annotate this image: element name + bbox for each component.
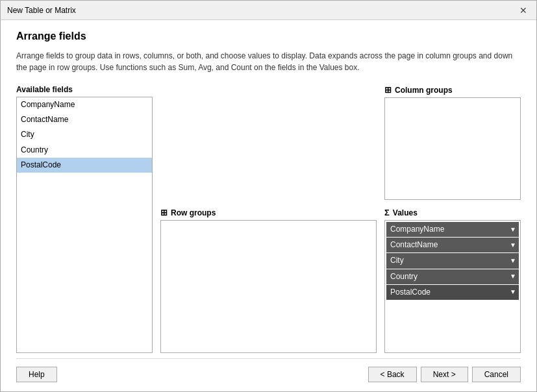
column-groups-icon: ⊞ — [384, 85, 392, 95]
title-bar: New Table or Matrix ✕ — [1, 1, 536, 20]
available-fields-label: Available fields — [16, 85, 153, 94]
values-panel: Σ Values CompanyName▼ContactName▼City▼Co… — [384, 208, 521, 353]
help-button[interactable]: Help — [16, 367, 57, 382]
values-item[interactable]: City▼ — [386, 253, 519, 268]
dropdown-arrow-icon[interactable]: ▼ — [510, 240, 516, 251]
content-area: Available fields CompanyNameContactNameC… — [16, 85, 521, 353]
dialog-heading: Arrange fields — [16, 31, 521, 42]
column-groups-panel: ⊞ Column groups — [384, 85, 521, 200]
column-groups-label: ⊞ Column groups — [384, 85, 521, 95]
values-item[interactable]: Country▼ — [386, 269, 519, 284]
row-groups-label: ⊞ Row groups — [160, 208, 377, 217]
available-item[interactable]: Country — [17, 143, 152, 158]
values-label: Σ Values — [384, 208, 521, 217]
values-item[interactable]: ContactName▼ — [386, 238, 519, 252]
values-item[interactable]: PostalCode▼ — [386, 285, 519, 300]
values-listbox[interactable]: CompanyName▼ContactName▼City▼Country▼Pos… — [384, 220, 521, 353]
available-item[interactable]: ContactName — [17, 112, 152, 127]
cancel-button[interactable]: Cancel — [472, 367, 521, 382]
row-groups-panel: ⊞ Row groups — [160, 208, 377, 353]
dropdown-arrow-icon[interactable]: ▼ — [510, 256, 516, 266]
footer: Help < Back Next > Cancel — [16, 358, 521, 382]
dialog-title-bar: New Table or Matrix — [7, 6, 76, 15]
dropdown-arrow-icon[interactable]: ▼ — [510, 225, 516, 235]
dialog-description: Arrange fields to group data in rows, co… — [16, 50, 521, 73]
available-fields-listbox[interactable]: CompanyNameContactNameCityCountryPostalC… — [16, 97, 153, 353]
dropdown-arrow-icon[interactable]: ▼ — [510, 287, 516, 297]
close-button[interactable]: ✕ — [517, 5, 530, 16]
footer-right-buttons: < Back Next > Cancel — [368, 367, 521, 382]
dropdown-arrow-icon[interactable]: ▼ — [510, 271, 516, 282]
available-fields-panel: Available fields CompanyNameContactNameC… — [16, 85, 153, 353]
dialog-body: Arrange fields Arrange fields to group d… — [1, 20, 536, 392]
column-groups-listbox[interactable] — [384, 97, 521, 200]
available-item[interactable]: PostalCode — [17, 158, 152, 173]
row-groups-icon: ⊞ — [160, 208, 168, 217]
next-button[interactable]: Next > — [421, 367, 468, 382]
row-groups-listbox[interactable] — [160, 220, 377, 353]
values-item[interactable]: CompanyName▼ — [386, 222, 519, 237]
back-button[interactable]: < Back — [368, 367, 417, 382]
sigma-icon: Σ — [384, 208, 390, 217]
available-item[interactable]: City — [17, 127, 152, 142]
available-item[interactable]: CompanyName — [17, 97, 152, 112]
